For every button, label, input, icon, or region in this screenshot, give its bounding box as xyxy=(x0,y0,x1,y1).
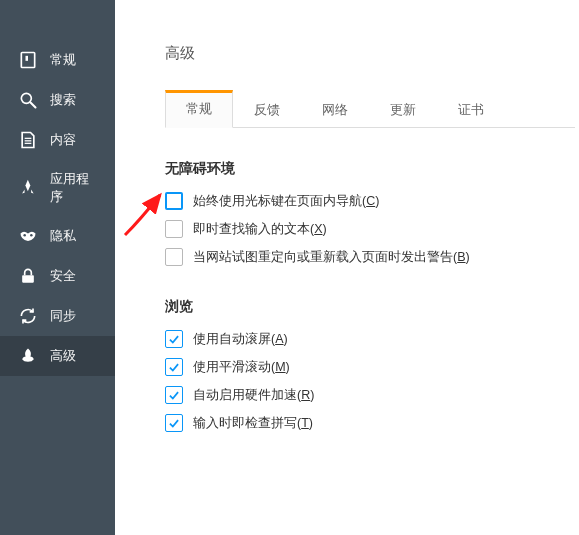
sync-icon xyxy=(18,306,38,326)
sidebar-item-label: 应用程序 xyxy=(50,170,101,206)
sidebar-item-search[interactable]: 搜索 xyxy=(0,80,115,120)
option-spellcheck: 输入时即检查拼写(T) xyxy=(165,414,579,432)
sidebar-item-privacy[interactable]: 隐私 xyxy=(0,216,115,256)
sidebar-item-general[interactable]: 常规 xyxy=(0,40,115,80)
general-icon xyxy=(18,50,38,70)
sidebar-item-label: 隐私 xyxy=(50,227,76,245)
svg-rect-1 xyxy=(26,56,29,61)
tab-network[interactable]: 网络 xyxy=(301,90,369,128)
mask-icon xyxy=(18,226,38,246)
option-label: 即时查找输入的文本(X) xyxy=(193,221,327,238)
page-title: 高级 xyxy=(165,44,579,63)
option-warn-redirect: 当网站试图重定向或重新载入页面时发出警告(B) xyxy=(165,248,579,266)
sidebar-item-label: 内容 xyxy=(50,131,76,149)
advanced-icon xyxy=(18,346,38,366)
sidebar-item-label: 同步 xyxy=(50,307,76,325)
checkbox[interactable] xyxy=(165,414,183,432)
option-search-as-type: 即时查找输入的文本(X) xyxy=(165,220,579,238)
main-panel: 高级 常规 反馈 网络 更新 证书 无障碍环境 始终使用光标键在页面内导航(C)… xyxy=(115,0,579,535)
svg-line-3 xyxy=(31,103,36,108)
option-caret-browsing: 始终使用光标键在页面内导航(C) xyxy=(165,192,579,210)
option-label: 输入时即检查拼写(T) xyxy=(193,415,313,432)
lock-icon xyxy=(18,266,38,286)
checkbox[interactable] xyxy=(165,192,183,210)
checkbox[interactable] xyxy=(165,386,183,404)
option-smooth-scroll: 使用平滑滚动(M) xyxy=(165,358,579,376)
option-label: 自动启用硬件加速(R) xyxy=(193,387,314,404)
section-accessibility: 无障碍环境 始终使用光标键在页面内导航(C) 即时查找输入的文本(X) 当网站试… xyxy=(165,160,579,266)
checkbox[interactable] xyxy=(165,358,183,376)
checkbox[interactable] xyxy=(165,248,183,266)
sidebar-item-content[interactable]: 内容 xyxy=(0,120,115,160)
sidebar-item-label: 搜索 xyxy=(50,91,76,109)
sidebar-item-applications[interactable]: 应用程序 xyxy=(0,160,115,216)
sidebar-item-advanced[interactable]: 高级 xyxy=(0,336,115,376)
tab-bar: 常规 反馈 网络 更新 证书 xyxy=(165,89,575,128)
sidebar-item-label: 高级 xyxy=(50,347,76,365)
tab-certificates[interactable]: 证书 xyxy=(437,90,505,128)
option-hardware-accel: 自动启用硬件加速(R) xyxy=(165,386,579,404)
content-icon xyxy=(18,130,38,150)
svg-rect-9 xyxy=(22,275,34,283)
section-title: 无障碍环境 xyxy=(165,160,579,178)
tab-general[interactable]: 常规 xyxy=(165,90,233,128)
svg-point-8 xyxy=(30,234,33,237)
section-title: 浏览 xyxy=(165,298,579,316)
rocket-icon xyxy=(18,178,38,198)
tab-feedback[interactable]: 反馈 xyxy=(233,90,301,128)
sidebar-item-security[interactable]: 安全 xyxy=(0,256,115,296)
svg-point-7 xyxy=(23,234,26,237)
checkbox[interactable] xyxy=(165,220,183,238)
sidebar-item-label: 安全 xyxy=(50,267,76,285)
option-label: 使用自动滚屏(A) xyxy=(193,331,288,348)
sidebar-item-sync[interactable]: 同步 xyxy=(0,296,115,336)
annotation-arrow-icon xyxy=(120,180,170,240)
option-label: 始终使用光标键在页面内导航(C) xyxy=(193,193,379,210)
sidebar-item-label: 常规 xyxy=(50,51,76,69)
search-icon xyxy=(18,90,38,110)
checkbox[interactable] xyxy=(165,330,183,348)
tab-update[interactable]: 更新 xyxy=(369,90,437,128)
sidebar: 常规 搜索 内容 应用程序 隐私 安全 同步 xyxy=(0,0,115,535)
section-browsing: 浏览 使用自动滚屏(A) 使用平滑滚动(M) 自动启用硬件加速(R) xyxy=(165,298,579,432)
option-label: 使用平滑滚动(M) xyxy=(193,359,290,376)
option-auto-scroll: 使用自动滚屏(A) xyxy=(165,330,579,348)
option-label: 当网站试图重定向或重新载入页面时发出警告(B) xyxy=(193,249,470,266)
